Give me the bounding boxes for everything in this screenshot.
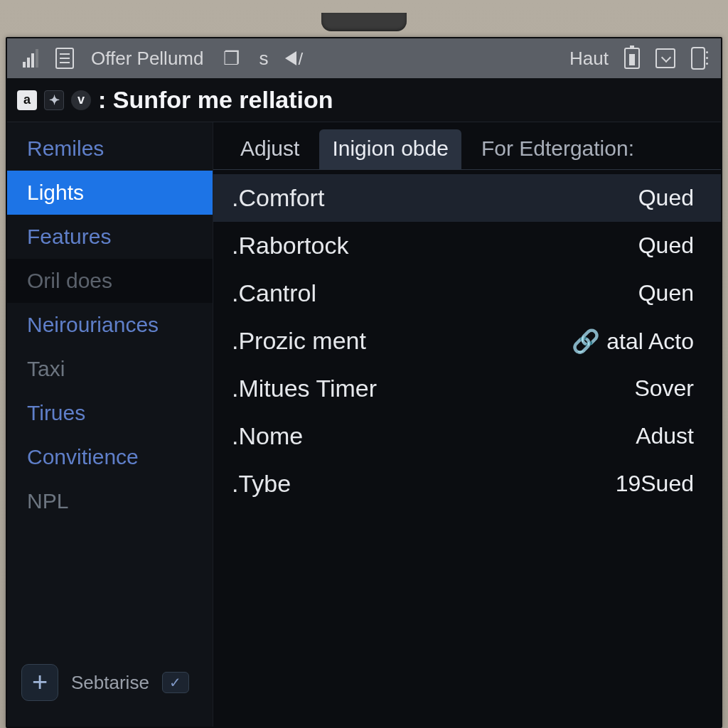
- sidebar-item-label: Oril does: [27, 269, 112, 292]
- sidebar-footer-label: Sebtarise: [71, 672, 149, 694]
- setting-row[interactable]: .ComfortQued: [213, 174, 721, 222]
- sidebar-item-features[interactable]: Features: [7, 215, 213, 259]
- setting-label: .Cantrol: [232, 279, 316, 307]
- setting-label: .Rabortock: [232, 232, 348, 259]
- statusbar-label-mid: s: [259, 48, 268, 70]
- sidebar-item-npl[interactable]: NPL: [7, 479, 213, 523]
- sidebar-item-tirues[interactable]: Tirues: [7, 391, 213, 435]
- setting-value-text: atal Acto: [606, 328, 694, 354]
- tab-inigion[interactable]: Inigion obde: [319, 129, 461, 169]
- phone-icon: [691, 47, 705, 70]
- tab-edtergation: For Edtergation:: [469, 129, 647, 169]
- sidebar-item-label: Remiles: [27, 136, 104, 160]
- settings-list: .ComfortQued.RabortockQued.CantrolQuen.P…: [213, 170, 721, 727]
- signal-icon: [23, 49, 38, 68]
- sidebar-item-label: Taxi: [27, 357, 65, 380]
- sidebar: RemilesLightsFeaturesOril doesNeirourian…: [7, 122, 213, 727]
- badge-v: v: [71, 90, 91, 110]
- download-icon: [655, 48, 675, 68]
- sidebar-item-label: NPL: [27, 489, 68, 513]
- statusbar-label-left: Offer Pellumd: [91, 48, 203, 70]
- device-bezel: Offer Pellumd ❐ s Haut a ✦ v : Sunfor me…: [0, 0, 728, 728]
- setting-value-text: Qued: [638, 232, 694, 258]
- content: RemilesLightsFeaturesOril doesNeirourian…: [7, 122, 721, 727]
- setting-label: .Mitues Timer: [232, 375, 377, 402]
- setting-row[interactable]: .NomeAdust: [213, 412, 721, 460]
- setting-row[interactable]: .CantrolQuen: [213, 269, 721, 317]
- sidebar-item-remiles[interactable]: Remiles: [7, 127, 213, 171]
- statusbar: Offer Pellumd ❐ s Haut: [7, 38, 721, 78]
- footer-toggle[interactable]: ✓: [162, 672, 189, 693]
- titlebar: a ✦ v : Sunfor me rellation: [7, 78, 721, 122]
- setting-row[interactable]: .Tybe19Sued: [213, 460, 721, 508]
- sidebar-item-oril-does[interactable]: Oril does: [7, 259, 213, 303]
- setting-value: 🔗 atal Acto: [572, 328, 694, 355]
- setting-value-text: Quen: [638, 280, 694, 306]
- setting-row[interactable]: .RabortockQued: [213, 222, 721, 269]
- statusbar-label-right: Haut: [569, 48, 609, 70]
- sidebar-item-label: Lights: [27, 181, 84, 204]
- setting-value: Qued: [638, 232, 694, 259]
- sidebar-footer: + Sebtarise ✓: [7, 664, 213, 727]
- setting-label: .Nome: [232, 422, 303, 450]
- main-panel: AdjustInigion obdeFor Edtergation: .Comf…: [213, 122, 721, 727]
- sidebar-item-taxi[interactable]: Taxi: [7, 347, 213, 391]
- setting-value-text: Qued: [638, 185, 694, 210]
- tab-adjust[interactable]: Adjust: [228, 129, 312, 169]
- bookmark-icon: ❐: [220, 48, 242, 69]
- sidebar-item-label: Convitience: [27, 445, 139, 469]
- mute-icon: [285, 51, 296, 65]
- sidebar-item-label: Neirouriances: [27, 313, 159, 336]
- setting-row[interactable]: .Prozic ment🔗 atal Acto: [213, 317, 721, 365]
- setting-value-text: Sover: [634, 375, 694, 401]
- bezel-top: [6, 7, 722, 37]
- setting-value: Quen: [638, 280, 694, 306]
- sidebar-item-convitience[interactable]: Convitience: [7, 435, 213, 479]
- sidebar-item-neirouriances[interactable]: Neirouriances: [7, 303, 213, 347]
- sidebar-item-label: Tirues: [27, 401, 85, 424]
- setting-value: 19Sued: [616, 471, 694, 497]
- setting-value-text: Adust: [636, 423, 694, 449]
- page-title: : Sunfor me rellation: [98, 86, 333, 114]
- badge-a: a: [17, 90, 37, 110]
- link-icon: 🔗: [572, 328, 606, 354]
- setting-label: .Prozic ment: [232, 327, 366, 355]
- sidebar-item-label: Features: [27, 225, 111, 248]
- screen: Offer Pellumd ❐ s Haut a ✦ v : Sunfor me…: [6, 37, 722, 728]
- camera-nub: [321, 13, 407, 31]
- add-button[interactable]: +: [21, 664, 58, 701]
- setting-value: Adust: [636, 423, 694, 449]
- setting-row[interactable]: .Mitues TimerSover: [213, 365, 721, 412]
- clipboard-icon: [55, 48, 74, 69]
- setting-value-text: 19Sued: [616, 471, 694, 496]
- battery-icon: [624, 48, 640, 69]
- setting-label: .Comfort: [232, 184, 324, 212]
- setting-value: Qued: [638, 185, 694, 211]
- tabs: AdjustInigion obdeFor Edtergation:: [213, 122, 721, 170]
- setting-value: Sover: [634, 375, 694, 402]
- badge-plus: ✦: [44, 90, 64, 110]
- sidebar-item-lights[interactable]: Lights: [7, 171, 213, 215]
- setting-label: .Tybe: [232, 470, 291, 498]
